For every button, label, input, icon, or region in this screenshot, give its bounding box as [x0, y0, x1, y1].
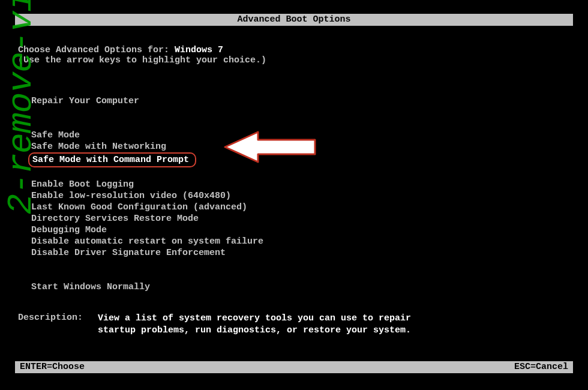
- content-area: Choose Advanced Options for: Windows 7 (…: [18, 45, 570, 337]
- options-list: Repair Your Computer Safe Mode Safe Mode…: [31, 95, 570, 293]
- footer-esc: ESC=Cancel: [514, 361, 568, 373]
- option-debugging-mode[interactable]: Debugging Mode: [31, 224, 570, 236]
- option-low-res-video[interactable]: Enable low-resolution video (640x480): [31, 190, 570, 202]
- title-bar: Advanced Boot Options: [15, 14, 573, 26]
- choose-line: Choose Advanced Options for: Windows 7: [18, 45, 570, 55]
- option-disable-auto-restart[interactable]: Disable automatic restart on system fail…: [31, 236, 570, 247]
- footer-bar: ENTER=Choose ESC=Cancel: [15, 361, 573, 373]
- option-start-normally[interactable]: Start Windows Normally: [31, 281, 570, 293]
- os-name: Windows 7: [175, 45, 223, 55]
- choose-prefix: Choose Advanced Options for:: [18, 45, 175, 55]
- option-safe-mode-cmd[interactable]: Safe Mode with Command Prompt: [31, 152, 570, 167]
- description-block: Description: View a list of system recov…: [18, 313, 570, 337]
- description-label: Description:: [18, 313, 98, 323]
- option-directory-services[interactable]: Directory Services Restore Mode: [31, 213, 570, 224]
- description-text: View a list of system recovery tools you…: [98, 313, 434, 337]
- option-disable-driver-sig[interactable]: Disable Driver Signature Enforcement: [31, 247, 570, 259]
- title-text: Advanced Boot Options: [237, 14, 350, 25]
- option-last-known-good[interactable]: Last Known Good Configuration (advanced): [31, 202, 570, 213]
- option-boot-logging[interactable]: Enable Boot Logging: [31, 179, 570, 190]
- option-safe-mode-networking[interactable]: Safe Mode with Networking: [31, 141, 570, 152]
- option-safe-mode[interactable]: Safe Mode: [31, 130, 570, 141]
- instructions-text: (Use the arrow keys to highlight your ch…: [18, 55, 570, 65]
- selected-highlight: Safe Mode with Command Prompt: [28, 152, 196, 167]
- footer-enter: ENTER=Choose: [20, 361, 85, 373]
- option-repair-computer[interactable]: Repair Your Computer: [31, 95, 570, 107]
